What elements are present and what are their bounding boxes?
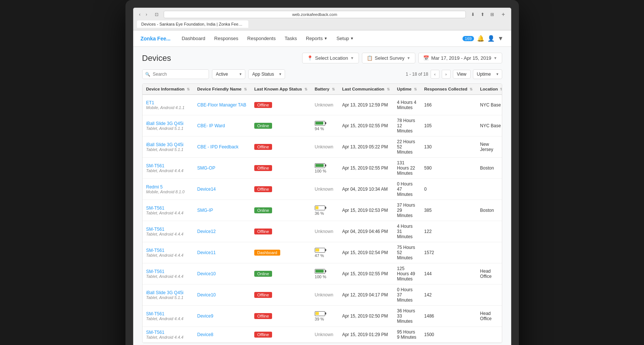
friendly-name-link[interactable]: CBE - IPD Feedback bbox=[197, 144, 238, 150]
col-location[interactable]: Location ⇅ bbox=[476, 84, 502, 95]
nav-items: Dashboard Responses Respondents Tasks Re… bbox=[178, 34, 462, 43]
notification-badge[interactable]: 169 bbox=[462, 36, 474, 41]
status-badge: Online bbox=[254, 271, 272, 277]
brand-logo[interactable]: Zonka Fee... bbox=[141, 36, 171, 42]
location-cell: Boston bbox=[476, 158, 502, 179]
device-name-link[interactable]: SM-T561 bbox=[146, 269, 190, 274]
last-communication: Apr 12, 2019 04:17 PM bbox=[339, 285, 393, 306]
pagination-prev[interactable]: ‹ bbox=[431, 70, 439, 79]
location-filter[interactable]: 📍 Select Location ▼ bbox=[302, 53, 359, 63]
browser-tab[interactable]: Devices - Sankara Eye Foundation, India … bbox=[137, 20, 248, 28]
friendly-name-link[interactable]: Device14 bbox=[197, 187, 216, 192]
device-name-link[interactable]: ET1 bbox=[146, 100, 190, 105]
col-battery[interactable]: Battery ⇅ bbox=[311, 84, 339, 95]
pagination-next[interactable]: › bbox=[442, 70, 451, 79]
bell-icon[interactable]: 🔔 bbox=[477, 35, 484, 42]
device-name-link[interactable]: iBall Slide 3G Q45i bbox=[146, 142, 190, 147]
location-chevron: ▼ bbox=[350, 56, 354, 60]
nav-setup[interactable]: Setup ▼ bbox=[333, 34, 357, 43]
device-name-link[interactable]: SM-T561 bbox=[146, 227, 190, 232]
last-communication: Apr 04, 2019 10:34 AM bbox=[339, 179, 393, 200]
search-input[interactable] bbox=[142, 69, 209, 79]
device-name-link[interactable]: SM-T561 bbox=[146, 330, 190, 335]
nav-responses[interactable]: Responses bbox=[210, 34, 242, 43]
device-name-link[interactable]: Redmi 5 bbox=[146, 184, 190, 190]
device-name-link[interactable]: SM-T561 bbox=[146, 311, 190, 316]
col-responses[interactable]: Responses Collected ⇅ bbox=[421, 84, 477, 95]
responses-cell: 590 bbox=[421, 158, 477, 179]
status-badge: Offline bbox=[254, 229, 272, 234]
uptime-cell: 0 Hours 37 Minutes bbox=[393, 285, 421, 306]
battery-display: 100 % bbox=[315, 163, 335, 173]
forward-button[interactable]: › bbox=[144, 11, 150, 18]
device-name-link[interactable]: iBall Slide 3G Q45i bbox=[146, 290, 190, 295]
url-bar[interactable]: web.zonkafeedback.com bbox=[164, 11, 466, 18]
friendly-name-link[interactable]: Device10 bbox=[197, 292, 216, 298]
friendly-name-link[interactable]: Device10 bbox=[197, 271, 216, 276]
device-name-link[interactable]: SM-T561 bbox=[146, 206, 190, 211]
uptime-select-wrapper: Uptime bbox=[473, 69, 502, 79]
last-communication: Apr 15, 2019 02:54 PM bbox=[339, 242, 393, 263]
location-cell bbox=[476, 242, 502, 263]
survey-chevron: ▼ bbox=[407, 56, 411, 60]
app-status-select-wrapper: App Status Online Offline bbox=[248, 69, 285, 79]
table-row: iBall Slide 3G Q45iTablet, Android 5.1.1… bbox=[143, 115, 502, 137]
location-cell: NYC Base bbox=[476, 115, 502, 137]
table-row: ET1Mobile, Android 4.1.1CBE-Floor Manage… bbox=[143, 95, 502, 115]
friendly-name-link[interactable]: SMG-OP bbox=[197, 165, 215, 171]
last-communication: Apr 15, 2019 02:55 PM bbox=[339, 158, 393, 179]
friendly-name-link[interactable]: Device8 bbox=[197, 332, 213, 337]
col-app-status[interactable]: Last Known App Status ⇅ bbox=[251, 84, 311, 95]
last-communication: Apr 15, 2019 02:53 PM bbox=[339, 200, 393, 221]
nav-respondents[interactable]: Respondents bbox=[243, 34, 279, 43]
status-select-wrapper: Active Inactive All bbox=[212, 69, 245, 79]
page-header: Devices 📍 Select Location ▼ 📋 Select Sur… bbox=[142, 53, 502, 63]
table-row: iBall Slide 3G Q45iTablet, Android 5.1.1… bbox=[143, 285, 502, 306]
date-range-filter[interactable]: 📅 Mar 17, 2019 - Apr 15, 2019 ▼ bbox=[418, 53, 502, 63]
uptime-cell: 75 Hours 52 Minutes bbox=[393, 242, 421, 263]
device-name-link[interactable]: SM-T561 bbox=[146, 163, 190, 168]
download-icon[interactable]: ⬇ bbox=[469, 11, 477, 18]
battery-display: 39 % bbox=[315, 311, 335, 321]
friendly-name-link[interactable]: Device12 bbox=[197, 229, 216, 234]
table-row: Redmi 5Mobile, Android 8.1.0Device14Offl… bbox=[143, 179, 502, 200]
back-button[interactable]: ‹ bbox=[137, 11, 143, 18]
friendly-name-link[interactable]: CBE-Floor Manager TAB bbox=[197, 102, 246, 108]
extensions-icon[interactable]: ⊞ bbox=[488, 11, 496, 18]
survey-filter[interactable]: 📋 Select Survey ▼ bbox=[362, 53, 415, 63]
user-icon[interactable]: 👤 bbox=[487, 35, 495, 42]
battery-display: 94 % bbox=[315, 121, 335, 131]
col-last-comm[interactable]: Last Communication ⇅ bbox=[339, 84, 393, 95]
responses-cell: 385 bbox=[421, 200, 477, 221]
friendly-name-link[interactable]: Device11 bbox=[197, 250, 216, 255]
location-cell: Boston bbox=[476, 200, 502, 221]
add-tab-button[interactable]: + bbox=[499, 11, 507, 18]
nav-tasks[interactable]: Tasks bbox=[281, 34, 301, 43]
nav-reports[interactable]: Reports ▼ bbox=[302, 34, 331, 43]
friendly-name-link[interactable]: CBE- IP Ward bbox=[197, 123, 225, 128]
status-badge: Offline bbox=[254, 332, 272, 338]
status-badge: Offline bbox=[254, 186, 272, 192]
location-cell bbox=[476, 221, 502, 242]
device-name-link[interactable]: SM-T561 bbox=[146, 248, 190, 253]
uptime-select[interactable]: Uptime bbox=[473, 69, 502, 79]
main-content: Devices 📍 Select Location ▼ 📋 Select Sur… bbox=[133, 47, 511, 345]
col-uptime[interactable]: Uptime ⇅ bbox=[393, 84, 421, 95]
user-chevron[interactable]: ▼ bbox=[498, 35, 504, 42]
share-icon[interactable]: ⬆ bbox=[478, 11, 487, 18]
layout-button[interactable]: ⊡ bbox=[153, 11, 161, 18]
friendly-name-link[interactable]: SMG-IP bbox=[197, 208, 213, 213]
friendly-name-link[interactable]: Device9 bbox=[197, 313, 213, 319]
responses-cell: 0 bbox=[421, 179, 477, 200]
responses-cell: 1500 bbox=[421, 327, 477, 343]
last-communication: Apr 15, 2019 02:50 PM bbox=[339, 306, 393, 327]
col-friendly-name[interactable]: Device Friendly Name ⇅ bbox=[193, 84, 251, 95]
status-select[interactable]: Active Inactive All bbox=[212, 69, 245, 79]
last-communication: Apr 15, 2019 02:55 PM bbox=[339, 115, 393, 137]
location-cell: Head Office bbox=[476, 306, 502, 327]
nav-dashboard[interactable]: Dashboard bbox=[178, 34, 209, 43]
view-button[interactable]: View bbox=[453, 70, 471, 79]
device-name-link[interactable]: iBall Slide 3G Q45i bbox=[146, 121, 190, 126]
col-device-info[interactable]: Device Information ⇅ bbox=[143, 84, 194, 95]
app-status-select[interactable]: App Status Online Offline bbox=[248, 69, 285, 79]
